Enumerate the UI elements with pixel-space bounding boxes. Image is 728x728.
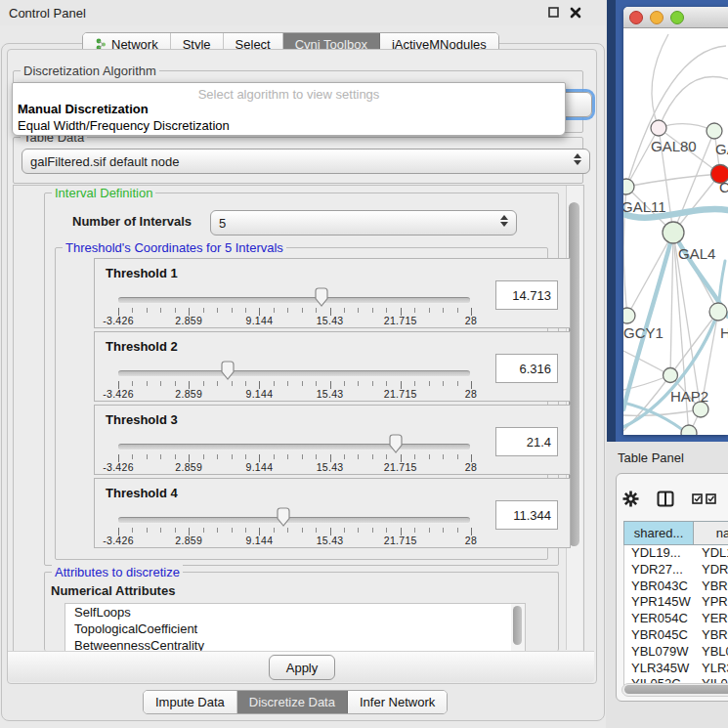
threshold-1-panel: Threshold 1 -3.4262.8599.14415.4321.7152…: [94, 258, 571, 328]
number-of-intervals-label: Number of Intervals: [72, 214, 192, 229]
threshold-1-value-field[interactable]: 14.713: [495, 280, 558, 310]
label-gcy1: GCY1: [623, 324, 664, 341]
float-window-icon[interactable]: [547, 6, 561, 20]
network-window-titlebar[interactable]: [623, 7, 728, 28]
close-traffic-light-icon[interactable]: [629, 11, 643, 24]
combo-updown-icon: [574, 153, 581, 165]
attributes-group-title: Attributes to discretize: [52, 565, 183, 579]
threshold-4-value-field[interactable]: 11.344: [495, 500, 558, 530]
column-header-shared-name[interactable]: shared...: [624, 522, 694, 544]
attributes-scrollbar-thumb[interactable]: [513, 606, 522, 645]
interval-definition-group: Interval Definition Number of Intervals …: [44, 193, 559, 566]
node-bottom-2[interactable]: [681, 425, 697, 435]
threshold-2-value-field[interactable]: 6.316: [495, 354, 558, 383]
list-item-topologicalcoefficient[interactable]: TopologicalCoefficient: [65, 621, 512, 637]
attributes-group: Attributes to discretize Numerical Attri…: [44, 572, 559, 651]
node-gal4[interactable]: [663, 222, 684, 243]
threshold-4-label: Threshold 4: [106, 486, 178, 500]
node-h[interactable]: [709, 303, 727, 321]
close-icon[interactable]: [569, 6, 582, 20]
node-top-right[interactable]: [707, 123, 722, 139]
tab-infer-network[interactable]: Infer Network: [348, 691, 447, 713]
table-header-row: shared... name: [623, 521, 728, 545]
table-row[interactable]: YLR345WYLR345W: [624, 661, 728, 677]
checkbox-checked-icon-1[interactable]: [692, 493, 703, 504]
threshold-3-slider-handle[interactable]: [389, 434, 404, 453]
gear-icon[interactable]: [622, 491, 639, 507]
table-row[interactable]: YDR27...YDR27...: [624, 562, 728, 578]
threshold-4-slider-handle[interactable]: [277, 507, 291, 527]
threshold-3-scale: -3.4262.8599.14415.4321.71528: [118, 461, 471, 473]
threshold-1-scale: -3.4262.8599.14415.4321.71528: [118, 315, 471, 326]
list-item-selfloops[interactable]: SelfLoops: [65, 604, 512, 621]
table-data-combobox[interactable]: galFiltered.sif default node: [21, 149, 590, 174]
column-header-name[interactable]: name: [694, 522, 728, 544]
interval-definition-title: Interval Definition: [52, 186, 155, 200]
table-row[interactable]: YBL079WYBL079W: [624, 644, 728, 661]
application-root: Control Panel Network Style Select Cyni …: [0, 0, 728, 728]
dropdown-option-manual-discretization[interactable]: Manual Discretization: [18, 102, 149, 116]
table-row[interactable]: YPR145WYPR145W: [624, 594, 728, 611]
table-panel-toolbar: [622, 488, 716, 509]
number-of-intervals-value: 5: [219, 216, 226, 231]
label-gal80: GAL80: [651, 138, 697, 154]
algorithm-group-title: Discretization Algorithm: [21, 64, 159, 78]
horizontal-scrollbar-thumb[interactable]: [624, 685, 728, 694]
table-horizontal-scrollbar[interactable]: [621, 683, 728, 697]
threshold-4-scale: -3.4262.8599.14415.4321.71528: [118, 535, 471, 546]
label-gal4: GAL4: [678, 245, 715, 262]
numerical-attributes-heading: Numerical Attributes: [51, 583, 175, 598]
threshold-4-panel: Threshold 4 -3.4262.8599.14415.4321.7152…: [94, 478, 571, 548]
numerical-attributes-list: SelfLoops TopologicalCoefficient Between…: [64, 603, 513, 653]
number-of-intervals-spinner[interactable]: 5: [210, 210, 517, 236]
attributes-list-scrollbar[interactable]: [511, 603, 526, 653]
tab-impute-data[interactable]: Impute Data: [144, 691, 237, 713]
apply-button[interactable]: Apply: [269, 655, 335, 680]
minimize-traffic-light-icon[interactable]: [650, 11, 664, 24]
threshold-2-label: Threshold 2: [106, 339, 178, 354]
checkbox-checked-icon-2[interactable]: [706, 493, 716, 504]
threshold-3-label: Threshold 3: [106, 412, 178, 427]
apply-band: Apply: [8, 651, 594, 682]
checkbox-icons: [692, 493, 716, 504]
table-body: YDL19...YDL19... YDR27...YDR27... YBR043…: [623, 545, 728, 686]
table-row[interactable]: YER054CYER054C: [624, 611, 728, 627]
cyni-bottom-tabbar: Impute Data Discretize Data Infer Networ…: [143, 690, 448, 714]
tab-discretize-data[interactable]: Discretize Data: [237, 691, 348, 713]
network-view-frame: GAL80 GA C GAL11 GAL4 GCY1 H HAP2: [607, 0, 728, 442]
label-partial-mid-right: C: [719, 179, 728, 195]
split-columns-icon[interactable]: [657, 491, 674, 507]
table-row[interactable]: YBR043CYBR043C: [624, 578, 728, 595]
table-data-group: Table Data galFiltered.sif default node: [13, 137, 583, 184]
network-frame-dark-strip: [607, 0, 616, 442]
table-data-selected-value: galFiltered.sif default node: [30, 154, 179, 169]
network-canvas: GAL80 GA C GAL11 GAL4 GCY1 H HAP2: [623, 28, 728, 435]
label-partial-top-right: GA: [715, 141, 728, 157]
node-gal11[interactable]: [623, 179, 634, 194]
node-hap2[interactable]: [664, 368, 678, 383]
node-gal80[interactable]: [651, 120, 666, 136]
label-hap2: HAP2: [670, 388, 708, 405]
node-gcy1[interactable]: [623, 308, 635, 323]
thresholds-group-title: Threshold's Coordinates for 5 Intervals: [63, 240, 286, 255]
threshold-3-value-field[interactable]: 21.4: [495, 427, 558, 456]
control-panel-titlebar: Control Panel: [0, 0, 606, 25]
algorithm-dropdown-popup: Select algorithm to view settings Manual…: [12, 82, 566, 136]
panel-title: Control Panel: [9, 6, 86, 21]
dropdown-option-equal-width[interactable]: Equal Width/Frequency Discretization: [18, 118, 230, 133]
zoom-traffic-light-icon[interactable]: [670, 11, 684, 24]
table-row[interactable]: YDL19...YDL19...: [624, 545, 728, 562]
table-row[interactable]: YBR045CYBR045C: [624, 627, 728, 644]
label-h: H: [720, 324, 728, 341]
spinner-updown-icon: [500, 215, 508, 227]
threshold-2-panel: Threshold 2 -3.4262.8599.14415.4321.7152…: [94, 331, 571, 402]
node-table: shared... name YDL19...YDL19... YDR27...…: [623, 521, 728, 686]
network-window: GAL80 GA C GAL11 GAL4 GCY1 H HAP2: [623, 7, 728, 435]
table-panel-title: Table Panel: [618, 450, 684, 465]
threshold-3-panel: Threshold 3 -3.4262.8599.14415.4321.7152…: [94, 405, 571, 475]
table-panel: shared... name YDL19...YDL19... YDR27...…: [616, 473, 728, 702]
dropdown-placeholder: Select algorithm to view settings: [13, 87, 565, 102]
threshold-2-scale: -3.4262.8599.14415.4321.71528: [118, 388, 471, 400]
threshold-1-slider-handle[interactable]: [314, 287, 328, 307]
threshold-2-slider-handle[interactable]: [220, 361, 235, 380]
